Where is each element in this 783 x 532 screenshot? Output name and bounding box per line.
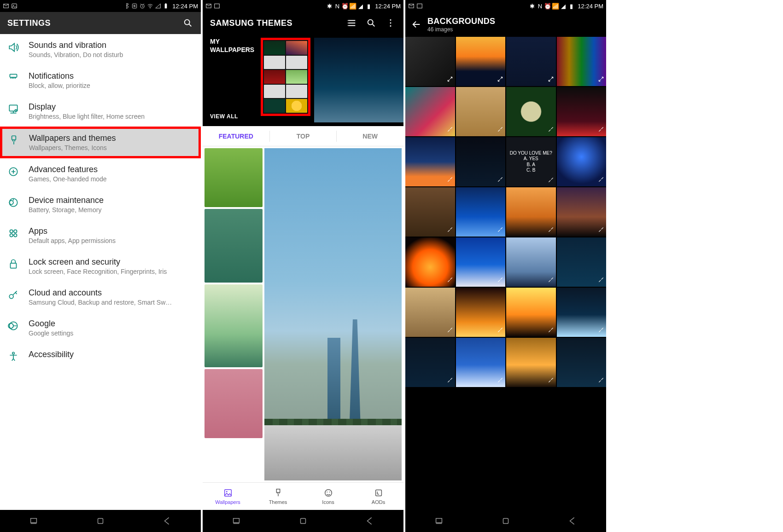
- phone-settings: N 12:24 PM SETTINGS Sounds and vibration…: [0, 0, 201, 532]
- battery-icon: [163, 3, 169, 9]
- view-all-button[interactable]: VIEW ALL: [210, 113, 238, 120]
- settings-item-advanced[interactable]: Advanced featuresGames, One-handed mode: [0, 158, 201, 189]
- svg-rect-1: [12, 4, 17, 8]
- bottom-tab-aods[interactable]: AODs: [353, 483, 403, 510]
- settings-item-wallpapers[interactable]: Wallpapers and themesWallpapers, Themes,…: [0, 127, 201, 158]
- back-button[interactable]: [563, 515, 582, 526]
- tab-top[interactable]: TOP: [270, 131, 337, 142]
- svg-point-32: [390, 19, 392, 21]
- expand-icon: [447, 277, 453, 285]
- gallery-thumb[interactable]: [557, 237, 607, 287]
- svg-rect-10: [10, 74, 17, 77]
- more-icon[interactable]: [385, 17, 396, 29]
- gallery-thumb[interactable]: [456, 187, 506, 237]
- back-button[interactable]: [158, 515, 176, 526]
- featured-thumb[interactable]: [205, 209, 263, 283]
- gallery-thumb[interactable]: [506, 288, 556, 337]
- gallery-thumb[interactable]: [557, 37, 607, 86]
- expand-icon: [497, 377, 503, 385]
- gallery-thumb[interactable]: [456, 37, 506, 86]
- svg-point-21: [9, 295, 13, 299]
- tab-featured[interactable]: FEATURED: [203, 131, 270, 142]
- back-arrow-button[interactable]: [411, 19, 422, 30]
- gallery-thumb[interactable]: [557, 137, 607, 186]
- gallery-thumb[interactable]: [506, 338, 556, 387]
- tab-new[interactable]: NEW: [337, 131, 403, 142]
- bluetooth-icon: ✱: [529, 3, 535, 9]
- svg-point-9: [185, 20, 190, 25]
- svg-rect-41: [375, 490, 381, 496]
- settings-item-lockscreen[interactable]: Lock screen and securityLock screen, Fac…: [0, 251, 201, 282]
- bottom-tab-themes[interactable]: Themes: [253, 483, 303, 510]
- settings-item-display[interactable]: DisplayBrightness, Blue light filter, Ho…: [0, 96, 201, 127]
- home-button[interactable]: [294, 515, 312, 526]
- search-icon[interactable]: [366, 17, 377, 29]
- list-icon[interactable]: [346, 17, 357, 29]
- bluetooth-icon: ✱: [326, 3, 333, 9]
- gallery-thumb[interactable]: [557, 187, 607, 237]
- home-button[interactable]: [497, 515, 515, 526]
- gallery-thumb[interactable]: [456, 237, 506, 287]
- gallery-thumb[interactable]: [405, 338, 455, 387]
- gallery-thumb[interactable]: [405, 187, 455, 237]
- recents-button[interactable]: [430, 515, 448, 526]
- nfc-icon: N: [537, 3, 543, 9]
- svg-rect-43: [300, 519, 305, 524]
- gallery-thumb[interactable]: [405, 237, 455, 287]
- expand-icon: [598, 277, 604, 285]
- svg-point-28: [348, 20, 349, 21]
- battery-icon: ▮: [568, 3, 574, 9]
- gallery-thumb[interactable]: [405, 37, 455, 86]
- expand-icon: [447, 226, 453, 235]
- lock-icon: [6, 257, 20, 271]
- settings-topbar: SETTINGS: [0, 12, 201, 34]
- back-button[interactable]: [361, 515, 379, 526]
- bottom-tab-icons[interactable]: Icons: [303, 483, 353, 510]
- gallery-thumb[interactable]: [456, 137, 506, 186]
- signal-icon: ◢: [560, 3, 567, 9]
- gallery-thumb-text[interactable]: DO YOU LOVE ME? A. YES B. A C. B: [506, 137, 556, 186]
- svg-point-39: [327, 492, 327, 492]
- settings-item-apps[interactable]: AppsDefault apps, App permissions: [0, 220, 201, 251]
- featured-thumb[interactable]: [205, 148, 263, 207]
- settings-item-google[interactable]: GoogleGoogle settings: [0, 312, 201, 343]
- gallery-thumb[interactable]: [405, 137, 455, 186]
- gallery-thumb[interactable]: [506, 37, 556, 86]
- gallery-thumb[interactable]: [456, 288, 506, 337]
- status-bar: ✱ N ⏰ 📶 ◢ ▮ 12:24 PM: [203, 0, 403, 12]
- gallery-thumb[interactable]: [405, 87, 455, 136]
- gallery-thumb[interactable]: [456, 338, 506, 387]
- settings-item-maintenance[interactable]: Device maintenanceBattery, Storage, Memo…: [0, 189, 201, 220]
- gallery-thumb[interactable]: [506, 237, 556, 287]
- settings-item-sounds[interactable]: Sounds and vibrationSounds, Vibration, D…: [0, 34, 201, 65]
- featured-large[interactable]: [264, 148, 402, 480]
- gallery-thumb[interactable]: [456, 87, 506, 136]
- featured-thumb[interactable]: [205, 369, 263, 438]
- recents-button[interactable]: [24, 515, 43, 526]
- gallery-thumb[interactable]: [506, 187, 556, 237]
- recents-button[interactable]: [227, 515, 245, 526]
- gallery-thumb[interactable]: [405, 288, 455, 337]
- expand-icon: [447, 176, 453, 185]
- wallpaper-preview-next[interactable]: [314, 38, 403, 122]
- search-icon[interactable]: [182, 17, 193, 29]
- settings-item-accessibility[interactable]: Accessibility: [0, 343, 201, 364]
- expand-icon: [548, 177, 554, 185]
- settings-item-notifications[interactable]: NotificationsBlock, allow, prioritize: [0, 65, 201, 96]
- picture-icon: [416, 3, 423, 9]
- featured-thumb[interactable]: [205, 284, 263, 367]
- wallpaper-preview-highlighted[interactable]: [261, 38, 310, 116]
- gallery-grid[interactable]: DO YOU LOVE ME? A. YES B. A C. B: [405, 37, 606, 510]
- gallery-thumb[interactable]: [557, 87, 607, 136]
- gallery-thumb[interactable]: [557, 338, 607, 387]
- clock-text: 12:24 PM: [172, 3, 198, 10]
- bottom-tab-wallpapers[interactable]: Wallpapers: [203, 483, 253, 510]
- gallery-thumb[interactable]: [506, 87, 556, 136]
- svg-point-17: [14, 230, 17, 233]
- settings-item-cloud[interactable]: Cloud and accountsSamsung Cloud, Backup …: [0, 282, 201, 312]
- gallery-thumb[interactable]: [557, 288, 607, 337]
- svg-point-31: [368, 20, 373, 25]
- signal-icon: [155, 3, 161, 9]
- home-button[interactable]: [91, 515, 110, 526]
- svg-point-23: [12, 352, 14, 354]
